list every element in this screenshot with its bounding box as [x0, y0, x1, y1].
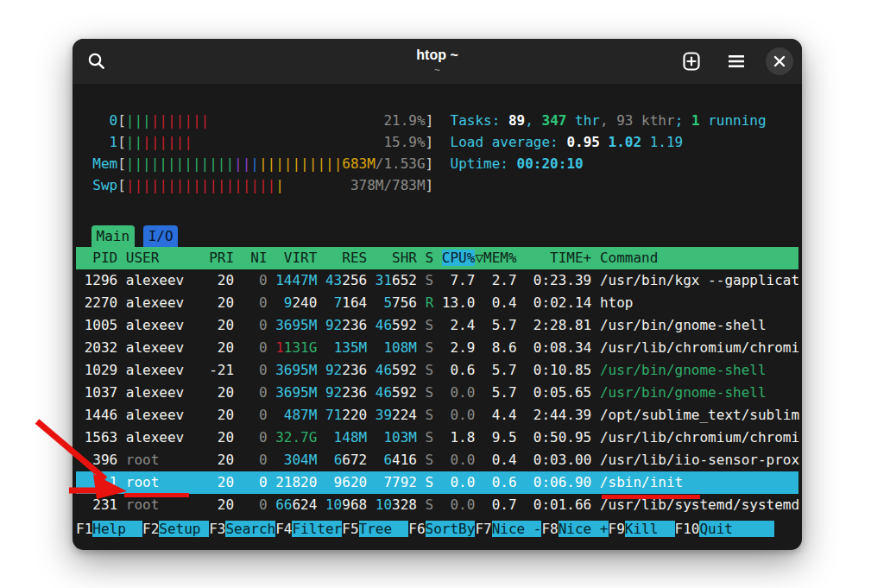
titlebar: htop ~ ~ — [73, 39, 802, 84]
menu-button[interactable] — [721, 46, 752, 77]
fkey-f2-action[interactable]: Setup — [159, 521, 209, 537]
fkey-f6: F6 — [408, 521, 425, 537]
fkey-f8-action[interactable]: Nice + — [559, 521, 609, 537]
table-header-right: MEM% TIME+ Command — [483, 250, 658, 266]
fkey-f9-action[interactable]: Kill — [625, 521, 675, 537]
desktop-background: htop ~ ~ — [0, 0, 871, 588]
fkey-f4: F4 — [275, 521, 292, 537]
table-row[interactable]: 396 root 20 0 304M 6672 6416 S 0.0 0.4 0… — [76, 449, 798, 471]
meter-line-0: 0[|||||||||| 21.9%] Tasks: 89, 347 thr, … — [76, 110, 798, 131]
system-meters: 0[|||||||||| 21.9%] Tasks: 89, 347 thr, … — [76, 110, 798, 196]
terminal-window: htop ~ ~ — [73, 39, 802, 550]
screen-tabs: Main I/O — [76, 224, 798, 247]
fkey-f10-action[interactable]: Quit — [699, 521, 774, 537]
terminal-content: 0[|||||||||| 21.9%] Tasks: 89, 347 thr, … — [73, 84, 802, 541]
table-header[interactable]: PID USER PRI NI VIRT RES SHR S CPU%▽MEM%… — [76, 247, 798, 269]
new-tab-icon — [681, 51, 702, 72]
table-row[interactable]: 1037 alexeev 20 0 3695M 92236 46592 S 0.… — [76, 382, 798, 404]
new-tab-button[interactable] — [676, 46, 707, 77]
table-row[interactable]: 1563 alexeev 20 0 32.7G 148M 103M S 1.8 … — [76, 427, 798, 449]
fkey-f7: F7 — [475, 521, 491, 537]
fkey-f5-action[interactable]: Tree — [359, 521, 409, 537]
table-row[interactable]: 2270 alexeev 20 0 9240 7164 5756 R 13.0 … — [76, 292, 798, 314]
search-icon — [87, 52, 106, 71]
fkey-f4-action[interactable]: Filter — [292, 521, 342, 537]
fkey-f8: F8 — [541, 521, 558, 537]
table-row[interactable]: 1296 alexeev 20 0 1447M 43256 31652 S 7.… — [76, 269, 798, 292]
fkey-f1-action[interactable]: Help — [92, 521, 142, 537]
tab-io[interactable]: I/O — [143, 225, 178, 247]
sort-arrow-icon: ▽ — [475, 250, 483, 266]
fkey-f6-action[interactable]: SortBy — [426, 521, 476, 537]
hamburger-menu-icon — [727, 54, 746, 69]
close-button[interactable] — [766, 47, 793, 75]
meter-line-3: Swp[||||||||||||||||||| 378M/783M] — [76, 174, 798, 196]
window-subtitle: ~ — [434, 65, 440, 76]
table-row-selected[interactable]: 1 root 20 0 21820 9620 7792 S 0.0 0.6 0:… — [76, 471, 798, 494]
table-row[interactable]: 231 root 20 0 66624 10968 10328 S 0.0 0.… — [76, 494, 798, 516]
table-row[interactable]: 2032 alexeev 20 0 1131G 135M 108M S 2.9 … — [76, 337, 798, 359]
table-row[interactable]: 1446 alexeev 20 0 487M 71220 39224 S 0.0… — [76, 404, 798, 427]
function-key-bar: F1Help F2Setup F3SearchF4FilterF5Tree F6… — [76, 518, 798, 541]
table-row[interactable]: 1005 alexeev 20 0 3695M 92236 46592 S 2.… — [76, 314, 798, 337]
window-title: htop ~ — [416, 47, 458, 63]
close-icon — [773, 55, 786, 67]
search-button[interactable] — [81, 46, 112, 77]
sort-column-cpu[interactable]: CPU% — [442, 250, 476, 266]
table-header-left: PID USER PRI NI VIRT RES SHR S — [76, 250, 442, 266]
process-table: 1296 alexeev 20 0 1447M 43256 31652 S 7.… — [76, 269, 798, 516]
meter-line-2: Mem[||||||||||||||||||||||||||683M/1.53G… — [76, 153, 798, 174]
fkey-f3: F3 — [209, 521, 225, 537]
meter-line-1: 1[|||||||| 15.9%] Load average: 0.95 1.0… — [76, 131, 798, 153]
fkey-f5: F5 — [342, 521, 358, 537]
fkey-f3-action[interactable]: Search — [225, 521, 275, 537]
fkey-f9: F9 — [609, 521, 625, 537]
fkey-f2: F2 — [142, 521, 159, 537]
table-row[interactable]: 1029 alexeev -21 0 3695M 92236 46592 S 0… — [76, 359, 798, 382]
tab-main[interactable]: Main — [92, 225, 135, 247]
fkey-f7-action[interactable]: Nice - — [492, 521, 542, 537]
fkey-f10: F10 — [675, 521, 700, 537]
fkey-f1: F1 — [76, 521, 92, 537]
